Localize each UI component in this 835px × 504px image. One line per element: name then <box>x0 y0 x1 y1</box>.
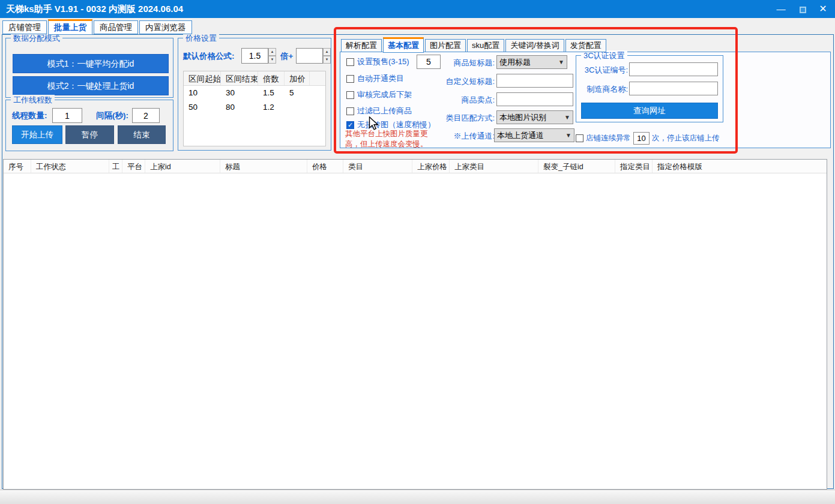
selling-point-label: 商品卖点: <box>414 95 495 106</box>
thread-group: 工作线程数 线程数量: 间隔(秒): 开始上传 暂停 结束 <box>5 100 173 151</box>
maximize-button[interactable] <box>792 0 813 18</box>
minimize-icon: — <box>777 4 786 14</box>
checkbox-icon[interactable] <box>576 134 583 142</box>
chevron-down-icon: ▼ <box>565 132 571 139</box>
custom-short-title-field <box>496 74 573 88</box>
c3-cert-number-input[interactable] <box>629 62 718 76</box>
basic-config-page: 设置预售(3-15) 自动开通类目 审核完成后下架 过滤已上传商品 无 <box>340 52 831 148</box>
col-work-status[interactable]: 工作状态 <box>31 160 109 173</box>
spin-down-icon[interactable]: ▼ <box>268 56 276 64</box>
start-upload-button[interactable]: 开始上传 <box>12 125 62 144</box>
tab-product-management[interactable]: 商品管理 <box>94 20 138 34</box>
checkbox-auto-open-category[interactable]: 自动开通类目 <box>346 73 404 84</box>
spin-down-icon[interactable]: ▼ <box>323 56 331 64</box>
price-range-table: 区间起始 区间结束 倍数 加价 10 30 1.5 5 50 80 1.2 <box>183 71 326 146</box>
col-fission-sublink-id[interactable]: 裂变_子链id <box>538 160 615 173</box>
c3-cert-group: 3C认证设置 3C认证编号: 制造商名称: 查询网址 <box>576 55 723 122</box>
maximize-icon <box>800 7 806 13</box>
col-title[interactable]: 标题 <box>220 160 307 173</box>
col-truncated[interactable]: 工 <box>109 160 122 173</box>
col-index[interactable]: 序号 <box>4 160 31 173</box>
chevron-down-icon: ▼ <box>558 59 564 65</box>
col-platform[interactable]: 平台 <box>122 160 145 173</box>
category-match-select[interactable]: 本地图片识别 ▼ <box>496 110 573 124</box>
mode1-button[interactable]: 模式1：一键平均分配id <box>13 54 169 73</box>
query-url-button[interactable]: 查询网址 <box>581 103 718 119</box>
tab-basic-config[interactable]: 基本配置 <box>383 37 424 53</box>
status-bar <box>0 490 835 504</box>
upload-channel-select[interactable]: 本地上货通道 ▼ <box>494 128 574 142</box>
formula-spinner[interactable]: ▲▼ <box>268 48 276 64</box>
col-category[interactable]: 类目 <box>343 160 412 173</box>
custom-short-title-label: 自定义短标题: <box>414 76 495 87</box>
mode2-button[interactable]: 模式2：一键处理上货id <box>13 76 169 95</box>
list-body-empty <box>4 173 827 490</box>
title-bar: 天梯ks助手 V1.91 - 0032 内测版 2024.06.04 — ✕ <box>0 0 835 18</box>
tab-sku-config[interactable]: sku配置 <box>467 39 504 52</box>
thread-count-input[interactable] <box>52 108 82 123</box>
checkbox-icon[interactable] <box>346 58 354 66</box>
checkbox-filter-uploaded[interactable]: 过滤已上传商品 <box>346 106 412 116</box>
batch-upload-page: 数据分配模式 模式1：一键平均分配id 模式2：一键处理上货id 工作线程数 线… <box>2 34 834 489</box>
stop-button[interactable]: 结束 <box>118 125 166 144</box>
interval-label: 间隔(秒): <box>96 110 128 121</box>
checkbox-icon[interactable] <box>346 75 354 83</box>
main-tab-strip: 店铺管理 批量上货 商品管理 内置浏览器 <box>2 19 193 34</box>
window-title: 天梯ks助手 V1.91 - 0032 内测版 2024.06.04 <box>6 0 183 18</box>
col-supplier-id[interactable]: 上家id <box>145 160 220 173</box>
checkbox-delist-after-review[interactable]: 审核完成后下架 <box>346 89 412 100</box>
minimize-button[interactable]: — <box>770 0 792 18</box>
abnormal-count-input[interactable] <box>633 132 650 145</box>
price-col-start: 区间起始 <box>184 71 221 85</box>
col-supplier-price[interactable]: 上家价格 <box>412 160 450 173</box>
checkbox-checked-icon[interactable] <box>346 121 354 129</box>
short-title-label: 商品短标题: <box>414 58 495 68</box>
price-group: 价格设置 默认价格公式: ▲▼ 倍+ ▲▼ 区间起始 区间结束 倍数 加价 10… <box>178 38 331 151</box>
price-group-title: 价格设置 <box>183 33 219 44</box>
price-table-row[interactable]: 10 30 1.5 5 <box>184 86 325 100</box>
manufacturer-label: 制造商名称: <box>577 84 628 95</box>
price-add-input[interactable] <box>296 48 323 64</box>
pause-button[interactable]: 暂停 <box>65 125 114 144</box>
manufacturer-input[interactable] <box>629 82 718 95</box>
shop-abnormal-row: 店铺连续异常 次，停止该店铺上传 <box>576 132 720 145</box>
col-price[interactable]: 价格 <box>307 160 343 173</box>
product-list-table: 序号 工作状态 工 平台 上家id 标题 价格 类目 上家价格 上家类目 裂变_… <box>3 159 827 490</box>
multiplier-label: 倍+ <box>280 51 293 62</box>
tab-keyword-replace[interactable]: 关键词/替换词 <box>505 39 564 52</box>
c3-cert-number-label: 3C认证编号: <box>577 65 628 76</box>
custom-short-title-input[interactable] <box>496 74 573 88</box>
tab-parse-config[interactable]: 解析配置 <box>341 39 382 52</box>
list-header-row: 序号 工作状态 工 平台 上家id 标题 价格 类目 上家价格 上家类目 裂变_… <box>4 160 827 173</box>
price-table-row[interactable]: 50 80 1.2 <box>184 100 325 115</box>
thread-count-label: 线程数量: <box>12 110 47 121</box>
tab-builtin-browser[interactable]: 内置浏览器 <box>139 20 192 34</box>
shop-abnormal-prefix: 店铺连续异常 <box>586 133 631 143</box>
checkbox-presale[interactable]: 设置预售(3-15) <box>346 56 409 67</box>
price-table-header: 区间起始 区间结束 倍数 加价 <box>184 71 325 86</box>
app-window: 天梯ks助手 V1.91 - 0032 内测版 2024.06.04 — ✕ 店… <box>0 0 835 504</box>
selling-point-input[interactable] <box>496 92 573 106</box>
tab-shop-management[interactable]: 店铺管理 <box>2 20 47 34</box>
close-button[interactable]: ✕ <box>812 0 834 18</box>
price-add-spinner[interactable]: ▲▼ <box>323 48 331 64</box>
tab-batch-upload[interactable]: 批量上货 <box>48 19 92 35</box>
short-title-select[interactable]: 使用标题 ▼ <box>496 55 567 69</box>
shop-abnormal-suffix: 次，停止该店铺上传 <box>652 133 720 143</box>
price-col-multiplier: 倍数 <box>258 71 285 85</box>
spin-up-icon[interactable]: ▲ <box>323 48 331 56</box>
tab-image-config[interactable]: 图片配置 <box>425 39 466 52</box>
checkbox-icon[interactable] <box>346 107 354 115</box>
col-supplier-category[interactable]: 上家类目 <box>450 160 538 173</box>
default-formula-label: 默认价格公式: <box>183 51 235 62</box>
thread-group-title: 工作线程数 <box>11 95 55 106</box>
price-col-end: 区间结束 <box>221 71 258 85</box>
tab-shipping-config[interactable]: 发货配置 <box>565 39 606 52</box>
formula-input[interactable] <box>241 48 268 64</box>
interval-input[interactable] <box>132 108 160 123</box>
col-assigned-category[interactable]: 指定类目 <box>615 160 653 173</box>
spin-up-icon[interactable]: ▲ <box>268 48 276 56</box>
upload-channel-label: ※上传通道: <box>414 131 495 142</box>
col-assigned-price-template[interactable]: 指定价格模版 <box>653 160 827 173</box>
checkbox-icon[interactable] <box>346 91 354 99</box>
